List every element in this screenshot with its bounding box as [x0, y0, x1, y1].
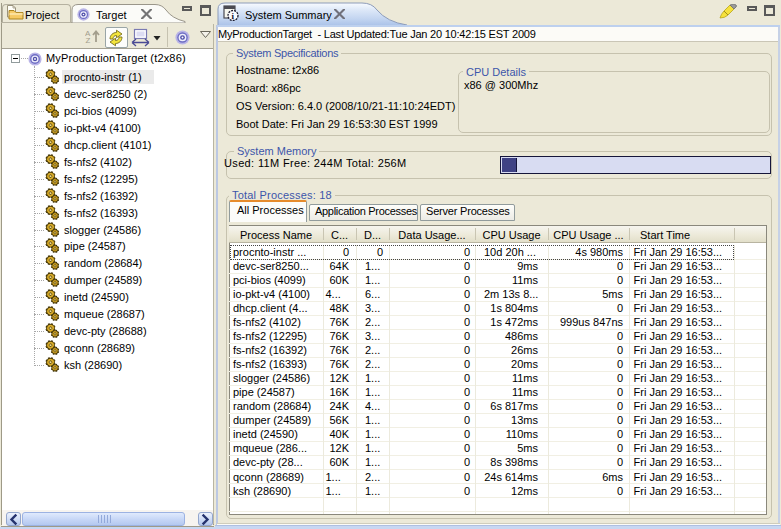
svg-text:Z: Z	[86, 36, 91, 44]
